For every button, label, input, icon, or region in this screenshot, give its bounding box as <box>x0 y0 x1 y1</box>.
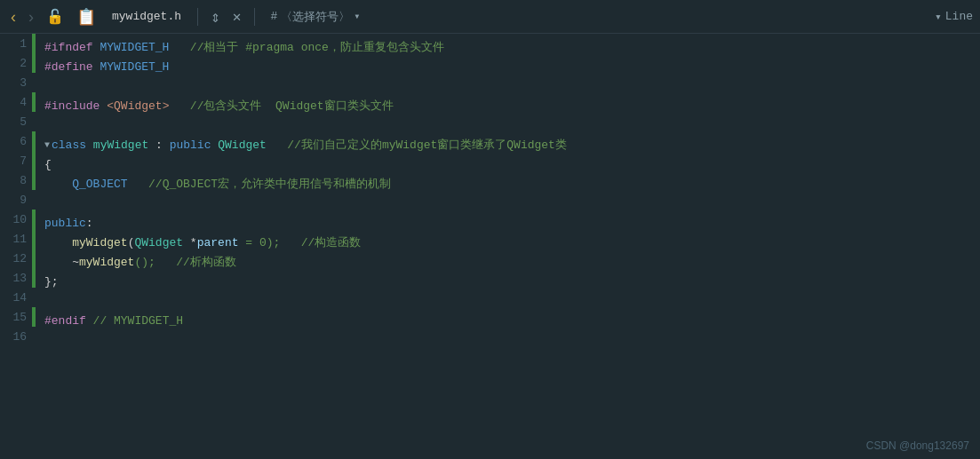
code-token: //包含头文件 QWidget窗口类头文件 <box>169 98 393 114</box>
code-line: myWidget(QWidget *parent = 0); //构造函数 <box>44 233 980 252</box>
code-line: }; <box>44 272 980 291</box>
code-line: Q_OBJECT //Q_OBJECT宏，允许类中使用信号和槽的机制 <box>44 174 980 194</box>
code-token: //我们自己定义的myWidget窗口类继承了QWidget类 <box>267 137 567 153</box>
code-token: MYWIDGET_H <box>93 41 170 54</box>
toolbar-right: ▾ Line <box>935 10 973 24</box>
line-number-row: 10 <box>0 210 36 229</box>
forward-button[interactable]: › <box>25 7 37 27</box>
hash-label: # <box>271 10 278 23</box>
line-number: 3 <box>0 76 32 90</box>
line-number-row: 2 <box>0 53 36 73</box>
line-number: 13 <box>0 272 32 285</box>
code-line <box>44 330 980 350</box>
code-token: #ifndef <box>44 41 93 54</box>
symbol-arrow-icon: ▾ <box>354 10 360 23</box>
line-number-row: 15 <box>0 307 36 327</box>
code-line: #ifndef MYWIDGET_H //相当于 #pragma once，防止… <box>44 37 980 57</box>
code-line <box>44 291 980 311</box>
line-number: 10 <box>0 213 32 226</box>
line-number: 15 <box>0 311 32 324</box>
line-label: Line <box>945 10 973 23</box>
code-token: (); //析构函数 <box>134 254 235 270</box>
watermark: CSDN @dong132697 <box>866 439 969 452</box>
line-number: 9 <box>0 194 32 207</box>
code-token: : <box>148 138 169 152</box>
code-line: #define MYWIDGET_H <box>44 57 980 76</box>
line-number: 1 <box>0 37 32 51</box>
code-token: public <box>170 138 211 152</box>
code-line: public: <box>44 213 980 233</box>
code-token: myWidget <box>79 256 134 269</box>
line-number-row: 3 <box>0 73 36 92</box>
line-number-row: 14 <box>0 288 36 307</box>
code-area: 12345678910111213141516 #ifndef MYWIDGET… <box>0 34 980 459</box>
code-line: #include <QWidget> //包含头文件 QWidget窗口类头文件 <box>44 96 980 115</box>
line-number-row: 9 <box>0 190 36 210</box>
line-number: 5 <box>0 115 32 129</box>
line-number-row: 11 <box>0 229 36 249</box>
code-token: public <box>44 217 86 230</box>
separator-1 <box>197 8 198 26</box>
symbol-placeholder-label: 〈选择符号〉 <box>281 9 350 25</box>
code-line: { <box>44 154 980 174</box>
toolbar: ‹ › 🔓 📋 mywidget.h ⇕ ✕ # 〈选择符号〉 ▾ ▾ Line <box>0 0 980 34</box>
code-token: #define <box>44 60 93 74</box>
back-button[interactable]: ‹ <box>7 7 20 27</box>
line-number: 2 <box>0 57 32 70</box>
code-token: = 0); //构造函数 <box>238 234 361 250</box>
line-number: 8 <box>0 174 32 187</box>
lock-icon: 🔓 <box>43 6 68 28</box>
line-number-row: 1 <box>0 34 36 53</box>
line-number-row: 5 <box>0 112 36 131</box>
line-number-row: 16 <box>0 327 36 346</box>
line-number: 16 <box>0 330 32 344</box>
line-number-row: 12 <box>0 249 36 268</box>
line-number: 4 <box>0 96 32 109</box>
file-icon: 📋 <box>73 5 100 28</box>
code-line <box>44 115 980 135</box>
code-line: ~myWidget(); //析构函数 <box>44 252 980 272</box>
code-token: parent <box>197 236 239 249</box>
code-token: //Q_OBJECT宏，允许类中使用信号和槽的机制 <box>128 176 391 192</box>
line-number: 14 <box>0 291 32 305</box>
code-token: //相当于 #pragma once，防止重复包含头文件 <box>169 39 443 55</box>
code-token: ( <box>128 236 135 249</box>
code-token: class <box>52 138 86 152</box>
code-token: MYWIDGET_H <box>93 60 170 74</box>
line-number-row: 6 <box>0 131 36 151</box>
line-number-row: 13 <box>0 268 36 288</box>
line-numbers-panel: 12345678910111213141516 <box>0 34 36 459</box>
code-token: myWidget <box>72 236 127 249</box>
code-token: QWidget <box>211 138 266 152</box>
code-line: ▼class myWidget : public QWidget //我们自己定… <box>44 135 980 154</box>
code-token: #include <box>44 99 100 113</box>
code-token: : <box>86 217 93 230</box>
code-token: * <box>183 236 197 249</box>
code-line: #endif // MYWIDGET_H <box>44 311 980 330</box>
file-name-label: mywidget.h <box>105 8 188 25</box>
line-number: 11 <box>0 233 32 246</box>
close-icon[interactable]: ✕ <box>229 6 245 28</box>
code-token: QWidget <box>134 236 183 249</box>
code-token: // MYWIDGET_H <box>86 314 183 328</box>
symbol-selector[interactable]: # 〈选择符号〉 ▾ <box>264 7 368 27</box>
code-token: ~ <box>44 256 79 269</box>
code-rows-panel: #ifndef MYWIDGET_H //相当于 #pragma once，防止… <box>36 34 980 459</box>
line-label-icon: ▾ <box>935 10 942 24</box>
expand-icon[interactable]: ⇕ <box>207 5 224 28</box>
code-token: }; <box>44 275 59 289</box>
line-number: 7 <box>0 154 32 168</box>
line-number: 6 <box>0 135 32 148</box>
separator-2 <box>254 8 255 26</box>
line-number-row: 4 <box>0 92 36 112</box>
code-token <box>44 236 72 249</box>
fold-arrow-icon[interactable]: ▼ <box>44 140 50 150</box>
line-number-row: 7 <box>0 151 36 170</box>
code-token: Q_OBJECT <box>44 178 128 191</box>
code-token: { <box>44 158 52 171</box>
code-token: #endif <box>44 314 86 328</box>
code-token: <QWidget> <box>100 99 169 113</box>
line-number: 12 <box>0 252 32 265</box>
code-token: myWidget <box>86 138 148 152</box>
code-line <box>44 76 980 96</box>
